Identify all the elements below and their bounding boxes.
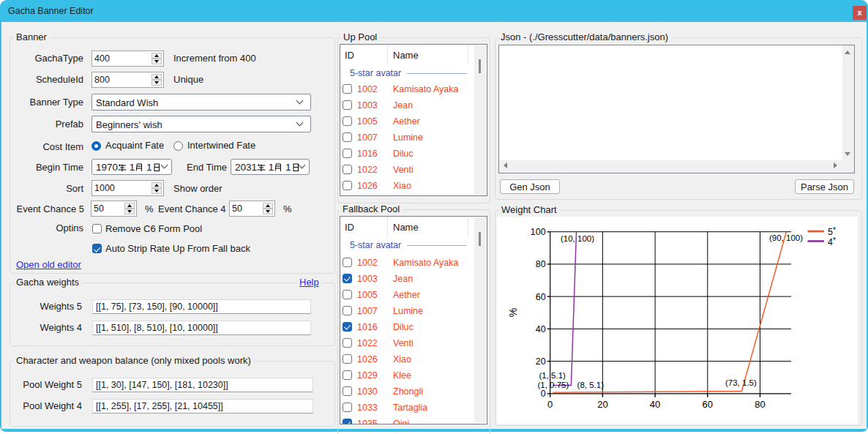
svg-text:(1, 0.75): (1, 0.75) [538,381,569,389]
svg-text:(8, 5.1): (8, 5.1) [577,381,605,389]
svg-text:0: 0 [541,389,546,399]
svg-text:100: 100 [531,227,546,237]
svg-text:(73, 1.5): (73, 1.5) [725,378,757,387]
svg-text:20: 20 [536,356,546,367]
svg-text:60: 60 [703,399,713,410]
svg-text:(10, 100): (10, 100) [561,234,594,243]
svg-text:80: 80 [536,259,546,269]
svg-text:20: 20 [597,399,607,410]
svg-text:%: % [507,308,519,317]
svg-text:40: 40 [650,399,660,410]
svg-text:60: 60 [536,292,546,302]
svg-text:80: 80 [755,399,765,410]
svg-text:40: 40 [536,324,546,334]
svg-text:0: 0 [547,399,553,410]
svg-text:(90, 100): (90, 100) [769,233,803,242]
svg-text:(1, 5.1): (1, 5.1) [539,371,566,380]
